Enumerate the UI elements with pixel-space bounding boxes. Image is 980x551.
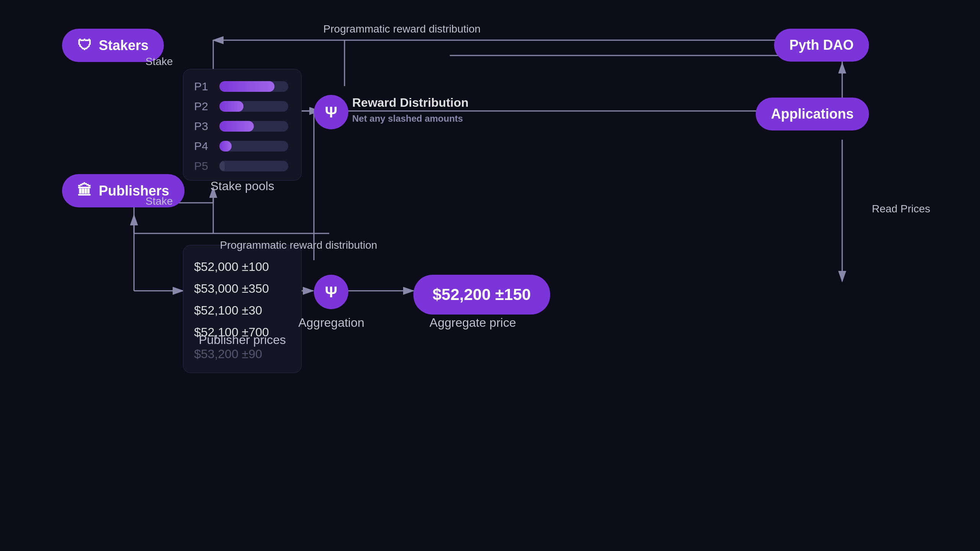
pool-row-p2: P2 (194, 100, 291, 113)
pool-bar-fill-p3 (219, 121, 254, 132)
pool-bar-fill-p5 (219, 161, 225, 171)
pool-row-p3: P3 (194, 120, 291, 133)
price-row-1: $52,000 ±100 (194, 256, 291, 278)
pyth-dao-pill: Pyth DAO (774, 29, 869, 62)
stake-pools-label: Stake pools (183, 179, 302, 193)
read-prices-label: Read Prices (872, 203, 930, 215)
pool-bar-fill-p4 (219, 141, 232, 152)
pool-row-p5: P5 (194, 160, 291, 173)
publisher-prices-label: Publisher prices (183, 333, 302, 347)
stakers-icon: 🛡 (77, 37, 92, 54)
aggregation-circle: Ψ (314, 275, 348, 309)
pool-bar-bg-p4 (219, 141, 288, 152)
pool-row-p1: P1 (194, 80, 291, 93)
reward-dist-label: Reward Distribution Net any slashed amou… (352, 95, 469, 124)
reward-dist-icon: Ψ (325, 104, 337, 121)
applications-label: Applications (771, 106, 854, 122)
stake-bottom-label: Stake (145, 195, 173, 207)
pool-label-p3: P3 (194, 120, 213, 133)
publisher-prices-card: $52,000 ±100 $53,000 ±350 $52,100 ±30 $5… (183, 245, 302, 373)
aggregate-price-label: Aggregate price (413, 316, 532, 330)
publishers-icon: 🏛 (77, 183, 92, 199)
aggregate-price-value: $52,200 ±150 (433, 285, 531, 304)
pool-row-p4: P4 (194, 140, 291, 153)
applications-pill: Applications (756, 98, 869, 130)
pool-bar-fill-p2 (219, 101, 243, 112)
pyth-dao-label: Pyth DAO (789, 37, 854, 53)
pool-label-p4: P4 (194, 140, 213, 153)
aggregation-label: Aggregation (298, 316, 365, 330)
pool-label-p5: P5 (194, 160, 213, 173)
pool-bar-bg-p2 (219, 101, 288, 112)
stake-pools-card: P1 P2 P3 P4 P5 (183, 69, 302, 181)
pool-bar-bg-p3 (219, 121, 288, 132)
pool-label-p2: P2 (194, 100, 213, 113)
pool-bar-fill-p1 (219, 81, 274, 92)
pool-bar-bg-p1 (219, 81, 288, 92)
pool-label-p1: P1 (194, 80, 213, 93)
price-row-2: $53,000 ±350 (194, 278, 291, 300)
programmatic-reward-top-label: Programmatic reward distribution (268, 23, 536, 35)
aggregation-icon: Ψ (325, 284, 337, 301)
price-row-3: $52,100 ±30 (194, 300, 291, 321)
diagram-container: 🛡 Stakers Pyth DAO Applications 🏛 Publis… (0, 0, 980, 551)
reward-dist-circle: Ψ (314, 95, 348, 129)
aggregate-price-pill: $52,200 ±150 (413, 275, 550, 315)
stakers-label: Stakers (99, 37, 149, 54)
stake-top-label: Stake (145, 55, 173, 68)
pool-bar-bg-p5 (219, 161, 288, 171)
programmatic-reward-bottom-label: Programmatic reward distribution (165, 239, 433, 251)
